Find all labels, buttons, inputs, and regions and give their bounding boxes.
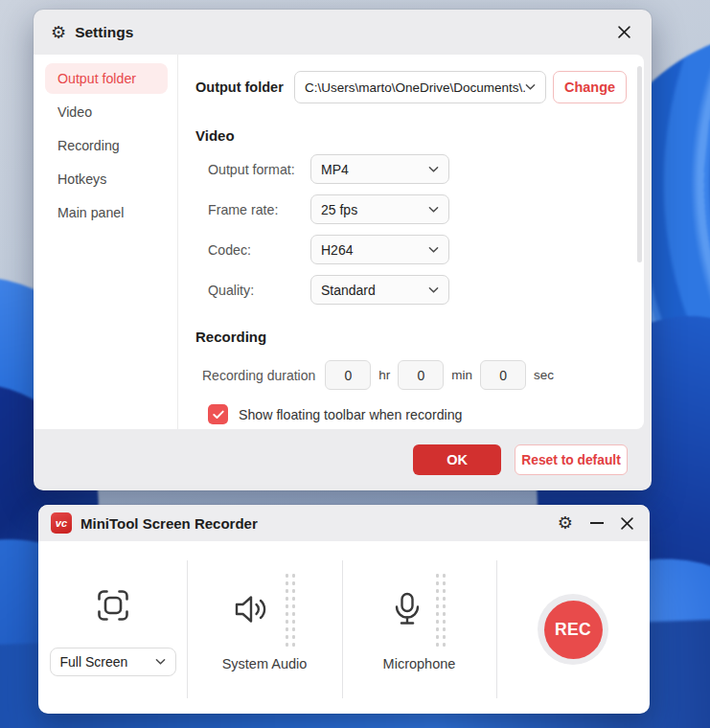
recorder-titlebar: vc MiniTool Screen Recorder ⚙ (38, 505, 650, 541)
output-format-row: Output format: MP4 (195, 154, 627, 184)
settings-gear-button[interactable]: ⚙ (554, 511, 577, 535)
capture-mode-value: Full Screen (60, 654, 128, 670)
settings-sidebar: Output folder Video Recording Hotkeys Ma… (34, 55, 178, 429)
output-format-select[interactable]: MP4 (310, 154, 449, 184)
speaker-icon (233, 592, 271, 626)
close-icon[interactable] (617, 513, 637, 534)
full-screen-capture-icon (95, 587, 131, 624)
output-folder-row: Output folder C:\Users\marto\OneDrive\Do… (195, 71, 627, 103)
section-divider (342, 560, 343, 698)
frame-rate-select[interactable]: 25 fps (310, 194, 449, 224)
settings-titlebar: ⚙ Settings (34, 10, 652, 55)
recording-section-heading: Recording (195, 329, 627, 345)
duration-minutes-unit: min (451, 368, 472, 382)
recording-duration-row: Recording duration hr min sec (202, 360, 627, 390)
duration-seconds-unit: sec (534, 368, 554, 382)
close-icon[interactable] (614, 22, 634, 42)
recorder-window: vc MiniTool Screen Recorder ⚙ (38, 505, 650, 714)
duration-seconds-input[interactable] (480, 360, 526, 390)
change-folder-button[interactable]: Change (553, 71, 627, 103)
chevron-down-icon (155, 658, 166, 666)
titlebar-actions: ⚙ (554, 511, 637, 535)
system-audio-section[interactable]: System Audio (187, 541, 342, 714)
quality-select[interactable]: Standard (310, 275, 449, 305)
sidebar-item-hotkeys[interactable]: Hotkeys (45, 164, 168, 194)
frame-rate-row: Frame rate: 25 fps (195, 194, 627, 224)
rec-button[interactable]: REC (538, 594, 608, 665)
codec-label: Codec: (208, 242, 310, 258)
output-folder-select[interactable]: C:\Users\marto\OneDrive\Documents\... (294, 71, 546, 103)
sidebar-item-output-folder[interactable]: Output folder (45, 63, 168, 94)
settings-title: Settings (75, 24, 133, 41)
section-divider (496, 560, 497, 698)
chevron-down-icon (428, 286, 439, 294)
codec-select[interactable]: H264 (310, 235, 449, 264)
frame-rate-label: Frame rate: (208, 202, 310, 217)
reset-to-default-button[interactable]: Reset to default (515, 444, 628, 475)
gear-icon: ⚙ (51, 24, 66, 41)
desktop: ⚙ Settings Output folder Video Recording… (0, 0, 710, 728)
system-audio-label: System Audio (222, 656, 308, 671)
output-format-label: Output format: (208, 162, 310, 177)
record-section: REC (496, 541, 650, 714)
floating-toolbar-label: Show floating toolbar when recording (239, 407, 462, 422)
chevron-down-icon (525, 83, 536, 91)
quality-row: Quality: Standard (195, 275, 627, 305)
gear-icon: ⚙ (558, 514, 573, 532)
recorder-content: Full Screen System Audio (38, 541, 650, 714)
output-format-value: MP4 (321, 162, 349, 177)
duration-hours-unit: hr (378, 368, 390, 382)
output-folder-path: C:\Users\marto\OneDrive\Documents\... (305, 80, 525, 95)
quality-value: Standard (321, 283, 376, 298)
microphone-section[interactable]: Microphone (342, 541, 496, 714)
microphone-label: Microphone (383, 656, 456, 671)
capture-area-section: Full Screen (38, 541, 187, 714)
microphone-icon-row (393, 571, 447, 648)
settings-dialog: ⚙ Settings Output folder Video Recording… (34, 10, 652, 490)
frame-rate-value: 25 fps (321, 202, 357, 217)
output-folder-label: Output folder (195, 80, 294, 95)
duration-hours-input[interactable] (325, 360, 371, 390)
audio-level-indicator (284, 572, 296, 647)
sidebar-item-main-panel[interactable]: Main panel (45, 197, 168, 228)
rec-button-label: REC (544, 601, 603, 659)
codec-row: Codec: H264 (195, 235, 627, 264)
recording-duration-label: Recording duration (202, 368, 315, 383)
checkmark-icon (213, 410, 224, 420)
sidebar-item-video[interactable]: Video (45, 97, 168, 127)
scrollbar-thumb[interactable] (637, 66, 642, 262)
capture-mode-select[interactable]: Full Screen (50, 648, 176, 676)
section-divider (187, 560, 188, 698)
settings-body: Output folder Video Recording Hotkeys Ma… (34, 55, 644, 429)
floating-toolbar-checkbox[interactable] (208, 404, 228, 424)
recorder-title: MiniTool Screen Recorder (80, 515, 258, 532)
video-section-heading: Video (195, 127, 627, 144)
quality-label: Quality: (208, 283, 310, 298)
settings-content: Output folder C:\Users\marto\OneDrive\Do… (178, 55, 644, 429)
app-logo: vc (51, 512, 72, 534)
chevron-down-icon (428, 166, 439, 173)
mic-level-indicator (434, 572, 447, 647)
floating-toolbar-row: Show floating toolbar when recording (208, 404, 627, 424)
system-audio-icon-row (233, 571, 296, 648)
ok-button[interactable]: OK (413, 444, 501, 475)
sidebar-item-recording[interactable]: Recording (45, 130, 168, 161)
codec-value: H264 (321, 242, 353, 258)
settings-footer: OK Reset to default (34, 429, 652, 490)
microphone-icon (393, 591, 422, 627)
chevron-down-icon (428, 246, 439, 254)
chevron-down-icon (428, 206, 439, 214)
duration-minutes-input[interactable] (398, 360, 444, 390)
minimize-icon[interactable] (586, 517, 607, 529)
